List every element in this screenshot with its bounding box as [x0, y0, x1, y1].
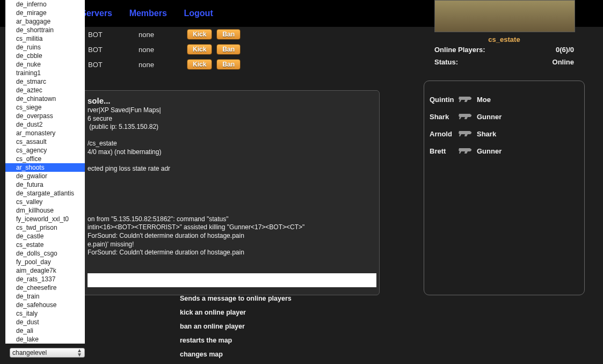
map-option[interactable]: de_train [5, 292, 85, 301]
map-option[interactable]: de_dust2 [5, 120, 85, 129]
map-option[interactable]: ar_monastery [5, 129, 85, 137]
ban-button[interactable]: Ban [216, 59, 241, 70]
command-help-item: Sends a message to online players [180, 292, 292, 305]
command-help-list: Sends a message to online playerskick an… [180, 292, 292, 361]
command-help-item: ban an online player [180, 319, 292, 333]
weapon-icon [457, 129, 476, 139]
map-option[interactable]: de_cheesefire [5, 283, 85, 292]
killer-name: Arnold [430, 130, 456, 138]
player-name: BOT [86, 31, 139, 39]
player-rows: BOTnoneKickBanBOTnoneKickBanBOTnoneKickB… [86, 27, 245, 72]
weapon-icon [457, 94, 476, 104]
stat-value: Online [553, 58, 574, 66]
console-output: rver|XP Saved|Fun Maps| 6 secure (public… [88, 106, 376, 257]
map-option[interactable]: cs_siege [5, 103, 85, 112]
map-option[interactable]: de_chinatown [5, 94, 85, 103]
victim-name: Gunner [477, 113, 502, 121]
changelevel-select[interactable]: changelevel ▲▼ [10, 348, 85, 358]
player-name: BOT [86, 46, 139, 54]
map-option[interactable]: de_stargate_atlantis [5, 189, 85, 198]
player-team: none [139, 61, 187, 69]
console-title: sole... [88, 96, 376, 105]
command-help-item: changes map [180, 347, 292, 361]
changelevel-label: changelevel [12, 349, 47, 356]
player-name: BOT [86, 61, 139, 69]
map-option[interactable]: de_dust [5, 318, 85, 326]
stat-label: Online Players: [434, 46, 485, 54]
map-option[interactable]: de_inferno [5, 0, 85, 9]
map-option[interactable]: fy_iceworld_xxl_t0 [5, 215, 85, 223]
map-option[interactable]: de_mirage [5, 9, 85, 17]
map-option[interactable]: de_ruins [5, 43, 85, 52]
killer-name: Brett [430, 147, 456, 155]
map-option[interactable]: ar_baggage [5, 17, 85, 26]
map-option[interactable]: de_dolls_csgo [5, 249, 85, 258]
kill-row: SharkGunner [430, 108, 579, 125]
map-option[interactable]: de_gwalior [5, 172, 85, 180]
kill-row: ArnoldShark [430, 125, 579, 142]
player-row: BOTnoneKickBan [86, 27, 245, 42]
killfeed-panel: QuintinMoeSharkGunnerArnoldSharkBrettGun… [424, 81, 585, 295]
kill-row: QuintinMoe [430, 91, 579, 108]
map-option[interactable]: de_stmarc [5, 77, 85, 86]
victim-name: Shark [477, 130, 496, 138]
map-option[interactable]: cs_valley [5, 198, 85, 206]
map-option[interactable]: de_shorttrain [5, 26, 85, 34]
stat-label: Status: [434, 58, 458, 66]
kill-row: BrettGunner [430, 142, 579, 159]
map-option[interactable]: cs_assault [5, 137, 85, 146]
ban-button[interactable]: Ban [216, 29, 241, 40]
map-option[interactable]: cs_estate [5, 241, 85, 249]
kick-button[interactable]: Kick [187, 29, 212, 40]
map-option[interactable]: training1 [5, 69, 85, 77]
console-input[interactable] [88, 273, 376, 287]
weapon-icon [457, 146, 476, 156]
command-help-item: restarts the map [180, 333, 292, 347]
map-option[interactable]: cs_italy [5, 309, 85, 318]
map-name: cs_estate [424, 35, 585, 43]
map-option[interactable]: de_overpass [5, 112, 85, 120]
map-option[interactable]: fy_pool_day [5, 258, 85, 266]
map-dropdown-list[interactable]: de_infernode_miragear_baggagede_shorttra… [5, 0, 85, 344]
victim-name: Moe [477, 96, 491, 104]
map-option[interactable]: de_cbble [5, 52, 85, 60]
kick-button[interactable]: Kick [187, 59, 212, 70]
stat-value: 0(6)/0 [556, 46, 574, 54]
map-option[interactable]: de_safehouse [5, 301, 85, 309]
map-option[interactable]: de_aztec [5, 86, 85, 94]
nav-link-members[interactable]: Members [129, 9, 167, 18]
map-option[interactable]: de_ali [5, 326, 85, 335]
map-option[interactable]: cs_agency [5, 146, 85, 155]
player-team: none [139, 46, 187, 54]
map-option[interactable]: cs_militia [5, 34, 85, 43]
map-option[interactable]: dm_killhouse [5, 206, 85, 215]
command-help-item: kick an online player [180, 305, 292, 319]
weapon-icon [457, 112, 476, 121]
map-option[interactable]: de_rats_1337 [5, 275, 85, 283]
map-option[interactable]: de_lake [5, 335, 85, 344]
map-option[interactable]: de_nuke [5, 60, 85, 69]
map-thumbnail [434, 0, 575, 32]
map-option[interactable]: cs_office [5, 155, 85, 163]
map-option[interactable]: de_futura [5, 180, 85, 189]
map-option[interactable]: de_castle [5, 232, 85, 241]
ban-button[interactable]: Ban [216, 44, 241, 55]
map-option[interactable]: aim_deagle7k [5, 266, 85, 275]
victim-name: Gunner [477, 147, 502, 155]
map-option[interactable]: ar_shoots [5, 163, 85, 172]
nav-link-logout[interactable]: Logout [184, 9, 213, 18]
map-option[interactable]: cs_twd_prison [5, 223, 85, 232]
player-row: BOTnoneKickBan [86, 57, 245, 72]
player-row: BOTnoneKickBan [86, 42, 245, 57]
map-stat-row: Online Players:0(6)/0 [424, 43, 585, 56]
map-card: cs_estate Online Players:0(6)/0Status:On… [424, 0, 585, 68]
select-arrows-icon: ▲▼ [77, 348, 82, 357]
kick-button[interactable]: Kick [187, 44, 212, 55]
map-stat-row: Status:Online [424, 56, 585, 68]
killer-name: Quintin [430, 96, 456, 104]
player-team: none [139, 31, 187, 39]
killer-name: Shark [430, 113, 456, 121]
nav-link-servers[interactable]: Servers [81, 9, 112, 18]
